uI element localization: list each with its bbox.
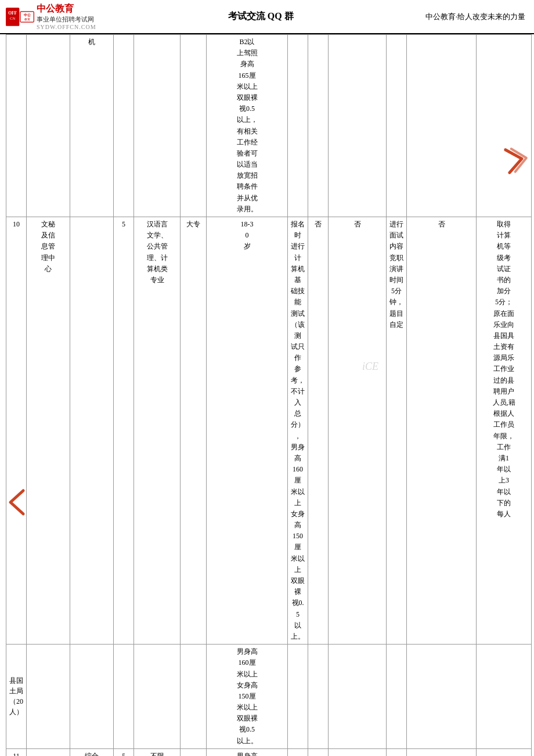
cell-phone-empty xyxy=(477,35,532,217)
cell-count-10: 5 xyxy=(114,217,134,645)
svg-text:OFF: OFF xyxy=(8,10,17,15)
table-row-10-dept: 县国土局（20人） 男身高160厘米以上女身高150厘米以上双眼裸视0.5以上。 xyxy=(6,645,532,749)
cell-edu-10: 大专 xyxy=(181,217,207,645)
header-right-text: 中公教育·给人改变未来的力量 xyxy=(425,12,525,22)
svg-text:中公: 中公 xyxy=(24,13,31,17)
logo-site: SYDW.OFFCN.COM xyxy=(37,24,96,30)
cell-e2-11 xyxy=(308,748,329,756)
main-table-wrapper: 机 B2以上驾照身高165厘米以上双眼裸视0.5以上，有相关工作经验者可以适当放… xyxy=(0,34,534,756)
cell-notes-empty xyxy=(407,35,477,217)
cell-notes-10: 取得计算机等级考试证书的加分5分；原在面乐业向县国具土资有源局乐工作业过的县聘用… xyxy=(477,217,532,645)
cell-bonus-empty xyxy=(387,35,407,217)
cell-age-10: 18-30岁 xyxy=(207,217,288,645)
cell-e1-empty2 xyxy=(288,645,308,749)
cell-num-empty xyxy=(6,35,27,217)
main-data-table: 机 B2以上驾照身高165厘米以上双眼裸视0.5以上，有相关工作经验者可以适当放… xyxy=(6,34,532,756)
cell-count-empty2 xyxy=(70,645,114,749)
cell-count-empty xyxy=(114,35,134,217)
cell-phone-empty2 xyxy=(477,645,532,749)
cell-exam2-empty xyxy=(308,35,329,217)
cell-notes-empty2 xyxy=(407,645,477,749)
cell-dept-11 xyxy=(27,748,70,756)
logo-subtitle: 事业单位招聘考试网 xyxy=(37,15,94,24)
logo-icon: OFF CN 中公 教育 xyxy=(6,6,35,28)
cell-require-11: 男身高160厘米以上女身高150厘米以上双眼裸视0.5 xyxy=(207,748,288,756)
table-row-10-top: 机 B2以上驾照身高165厘米以上双眼裸视0.5以上，有相关工作经验者可以适当放… xyxy=(6,35,532,217)
svg-text:教育: 教育 xyxy=(24,17,30,20)
cell-post-empty2 xyxy=(27,645,70,749)
cell-bonus-11 xyxy=(387,748,407,756)
logo-brand-text: 中公教育 xyxy=(37,3,74,15)
cell-require-10: 报名时进行计算机基础技能测试（该测试只作参考，不计入总分），男身高160厘米以上… xyxy=(288,217,308,645)
table-row-10-main: 10 文秘及信息管理中心 5 汉语言文学、公共管理、计算机类专业 大专 18-3… xyxy=(6,217,532,645)
cell-dept-empty xyxy=(27,35,70,217)
cell-interview-10: 进行面试内容竞职演讲时间5分钟，题目自定 xyxy=(387,217,407,645)
page-container: OFF CN 中公 教育 中公教育 事业单位招聘考试网 SYDW.OFFCN.C… xyxy=(0,0,534,756)
cell-post-10 xyxy=(70,217,114,645)
cell-require-extra: 男身高160厘米以上女身高150厘米以上双眼裸视0.5以上。 xyxy=(207,645,288,749)
cell-e1-11 xyxy=(288,748,308,756)
logo-top: OFF CN 中公 教育 中公教育 事业单位招聘考试网 SYDW.OFFCN.C… xyxy=(6,3,96,30)
cell-major-empty xyxy=(134,35,181,217)
cell-dept-county: 县国土局（20人） xyxy=(6,645,27,749)
cell-post-11: 综合类岗位 xyxy=(70,748,114,756)
cell-post-ji: 机 xyxy=(70,35,114,217)
cell-exam1-10: 否 xyxy=(308,217,329,645)
cell-major-empty2 xyxy=(114,645,134,749)
cell-age-empty2 xyxy=(181,645,207,749)
cell-exam1-empty xyxy=(288,35,308,217)
logo-area: OFF CN 中公 教育 中公教育 事业单位招聘考试网 SYDW.OFFCN.C… xyxy=(6,3,96,30)
cell-phone-11 xyxy=(477,748,532,756)
svg-text:CN: CN xyxy=(10,16,15,20)
cell-require-top: B2以上驾照身高165厘米以上双眼裸视0.5以上，有相关工作经验者可以适当放宽招… xyxy=(207,35,288,217)
cell-num-11: 11 xyxy=(6,748,27,756)
cell-major-11: 不限 xyxy=(134,748,181,756)
cell-age-empty xyxy=(181,35,207,217)
arrow-left-decoration xyxy=(6,488,26,522)
cell-edu-empty2 xyxy=(134,645,181,749)
cell-bonus-10: 否 xyxy=(407,217,477,645)
cell-num-10: 10 xyxy=(6,217,27,645)
cell-notes-11 xyxy=(407,748,477,756)
header-center-text: 考试交流 QQ 群 xyxy=(228,10,294,23)
cell-count-11: 5 xyxy=(114,748,134,756)
cell-int-empty2 xyxy=(329,645,387,749)
cell-interview-empty-top xyxy=(329,35,387,217)
cell-edu-11 xyxy=(181,748,207,756)
table-row-11: 11 综合类岗位 5 不限 男身高160厘米以上女身高150厘米以上双眼裸视0.… xyxy=(6,748,532,756)
cell-int-11 xyxy=(329,748,387,756)
cell-exam2-10: 否 xyxy=(329,217,387,645)
page-header: OFF CN 中公 教育 中公教育 事业单位招聘考试网 SYDW.OFFCN.C… xyxy=(0,0,534,34)
cell-major-10: 汉语言文学、公共管理、计算机类专业 xyxy=(134,217,181,645)
cell-dept-10: 文秘及信息管理中心 xyxy=(27,217,70,645)
cell-bonus-empty2 xyxy=(387,645,407,749)
cell-e2-empty2 xyxy=(308,645,329,749)
